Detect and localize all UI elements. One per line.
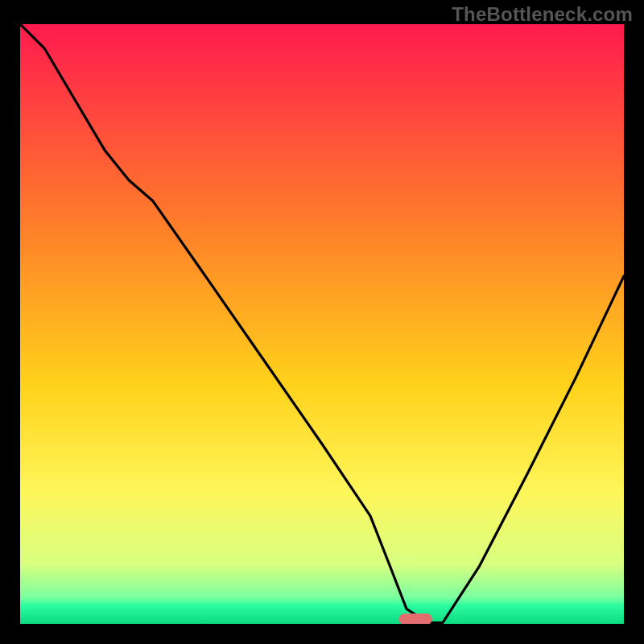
gradient-background [20,24,624,624]
bottleneck-minimum-marker [399,613,432,624]
plot-area [20,24,624,624]
watermark-text: TheBottleneck.com [452,3,633,26]
chart-svg [20,24,624,624]
chart-container: TheBottleneck.com [0,0,644,644]
